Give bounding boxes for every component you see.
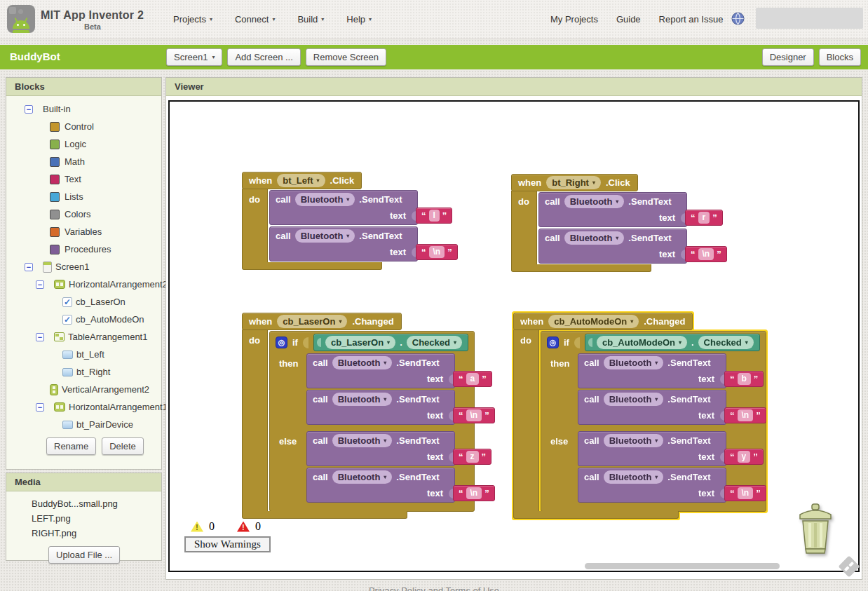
blockly-logo-icon[interactable] bbox=[838, 555, 860, 577]
call-sendtext-block[interactable]: call Bluetooth ▾ .SendText bbox=[306, 468, 455, 503]
component-dropdown[interactable]: Bluetooth ▾ bbox=[295, 229, 355, 243]
blocks-canvas[interactable]: when bt_Left ▾ .Click do call bbox=[168, 100, 860, 572]
component-dropdown[interactable]: Bluetooth ▾ bbox=[564, 195, 625, 208]
event-block-cb-automodeon-changed[interactable]: when cb_AutoModeOn ▾ .Changed do ◎ if bbox=[513, 313, 766, 519]
text-string-block[interactable]: “ \n ” bbox=[453, 485, 495, 501]
component-dropdown[interactable]: bt_Right ▾ bbox=[546, 176, 601, 189]
text-string-block[interactable]: “ z ” bbox=[453, 449, 491, 465]
event-block-bt-right-click[interactable]: when bt_Right ▾ .Click do call bbox=[511, 174, 687, 272]
checked-property-getter-block[interactable]: cb_LaserOn ▾ . Checked ▾ bbox=[313, 334, 468, 351]
component-dropdown[interactable]: Bluetooth ▾ bbox=[604, 393, 664, 406]
tree-item-horizontalarrangement1[interactable]: − HorizontalArrangement1 bbox=[6, 398, 161, 416]
language-globe-icon[interactable] bbox=[731, 12, 745, 28]
text-string-block[interactable]: “ \n ” bbox=[724, 407, 766, 423]
string-value[interactable]: z bbox=[466, 451, 479, 463]
palette-item-control[interactable]: Control bbox=[6, 118, 161, 135]
add-screen-button[interactable]: Add Screen ... bbox=[227, 48, 300, 66]
call-sendtext-block[interactable]: call Bluetooth ▾ .SendText bbox=[578, 390, 726, 425]
tree-item-tablearrangement1[interactable]: − TableArrangement1 bbox=[6, 328, 161, 346]
call-sendtext-block[interactable]: call Bluetooth ▾ .SendText text bbox=[269, 226, 418, 261]
tree-item-horizontalarrangement2[interactable]: − HorizontalArrangement2 bbox=[6, 276, 161, 293]
palette-item-colors[interactable]: Colors bbox=[6, 205, 161, 223]
component-dropdown[interactable]: Bluetooth ▾ bbox=[604, 356, 664, 369]
event-block-cb-laseron-changed[interactable]: when cb_LaserOn ▾ .Changed do ◎ if bbox=[242, 313, 475, 519]
string-value[interactable]: r bbox=[698, 212, 710, 224]
palette-item-logic[interactable]: Logic bbox=[6, 135, 161, 153]
text-string-block[interactable]: “ \n ” bbox=[453, 407, 495, 423]
screen-selector-button[interactable]: Screen1 ▾ bbox=[166, 48, 222, 66]
component-dropdown[interactable]: cb_LaserOn ▾ bbox=[325, 336, 395, 349]
text-string-block[interactable]: “ l ” bbox=[416, 208, 452, 224]
call-sendtext-block[interactable]: call Bluetooth ▾ .SendText bbox=[578, 353, 726, 388]
string-value[interactable]: \n bbox=[698, 248, 714, 260]
call-sendtext-block[interactable]: call Bluetooth ▾ .SendText bbox=[578, 431, 726, 466]
delete-button[interactable]: Delete bbox=[102, 437, 144, 455]
media-file[interactable]: RIGHT.png bbox=[32, 528, 161, 543]
menu-projects[interactable]: Projects ▾ bbox=[173, 14, 212, 25]
call-sendtext-block[interactable]: call Bluetooth ▾ .SendText bbox=[578, 468, 726, 503]
mutator-gear-icon[interactable]: ◎ bbox=[276, 337, 287, 348]
tree-item-builtin[interactable]: − Built-in bbox=[6, 100, 161, 118]
tree-item-cb-laseron[interactable]: ✓ cb_LaserOn bbox=[6, 293, 161, 311]
collapse-minus-icon[interactable]: − bbox=[25, 263, 33, 271]
component-dropdown[interactable]: bt_Left ▾ bbox=[277, 174, 325, 187]
tree-item-bt-left[interactable]: bt_Left bbox=[6, 346, 161, 363]
property-dropdown[interactable]: Checked ▾ bbox=[698, 336, 754, 349]
component-dropdown[interactable]: cb_AutoModeOn ▾ bbox=[597, 336, 687, 349]
string-value[interactable]: b bbox=[738, 373, 751, 385]
string-value[interactable]: \n bbox=[466, 487, 482, 499]
string-value[interactable]: \n bbox=[738, 409, 754, 421]
component-dropdown[interactable]: cb_AutoModeOn ▾ bbox=[548, 315, 639, 328]
tree-item-verticalarrangement2[interactable]: VerticalArrangement2 bbox=[6, 381, 161, 398]
menu-connect[interactable]: Connect ▾ bbox=[235, 14, 275, 25]
link-guide[interactable]: Guide bbox=[616, 14, 641, 25]
footer-link[interactable]: Privacy Policy and Terms of Use bbox=[0, 585, 868, 591]
component-dropdown[interactable]: cb_LaserOn ▾ bbox=[277, 315, 347, 328]
tree-item-screen1[interactable]: − Screen1 bbox=[6, 258, 161, 276]
string-value[interactable]: \n bbox=[738, 487, 754, 499]
component-dropdown[interactable]: Bluetooth ▾ bbox=[332, 434, 393, 447]
checked-property-getter-block[interactable]: cb_AutoModeOn ▾ . Checked ▾ bbox=[585, 334, 760, 351]
media-file[interactable]: LEFT.png bbox=[32, 513, 161, 528]
menu-build[interactable]: Build ▾ bbox=[297, 14, 324, 25]
text-string-block[interactable]: “ \n ” bbox=[685, 246, 727, 262]
remove-screen-button[interactable]: Remove Screen bbox=[306, 48, 386, 66]
palette-item-math[interactable]: Math bbox=[6, 153, 161, 170]
text-string-block[interactable]: “ r ” bbox=[685, 210, 723, 226]
upload-file-button[interactable]: Upload File ... bbox=[48, 546, 120, 564]
when-block-header[interactable]: when cb_AutoModeOn ▾ .Changed bbox=[513, 313, 693, 330]
tree-item-bt-pairdevice[interactable]: bt_PairDevice bbox=[6, 416, 161, 433]
component-dropdown[interactable]: Bluetooth ▾ bbox=[332, 393, 393, 406]
component-dropdown[interactable]: Bluetooth ▾ bbox=[564, 231, 625, 245]
text-string-block[interactable]: “ a ” bbox=[453, 371, 492, 387]
collapse-minus-icon[interactable]: − bbox=[36, 333, 44, 341]
when-block-header[interactable]: when bt_Left ▾ .Click bbox=[242, 172, 362, 189]
call-sendtext-block[interactable]: call Bluetooth ▾ .SendText text bbox=[538, 229, 687, 264]
palette-item-text[interactable]: Text bbox=[6, 170, 161, 188]
collapse-minus-icon[interactable]: − bbox=[36, 280, 44, 289]
trash-can-icon[interactable] bbox=[794, 503, 837, 559]
call-sendtext-block[interactable]: call Bluetooth ▾ .SendText bbox=[306, 390, 455, 425]
text-string-block[interactable]: “ \n ” bbox=[416, 244, 458, 260]
string-value[interactable]: y bbox=[738, 451, 751, 463]
collapse-minus-icon[interactable]: − bbox=[25, 105, 33, 114]
string-value[interactable]: l bbox=[429, 210, 440, 222]
component-dropdown[interactable]: Bluetooth ▾ bbox=[604, 470, 664, 484]
when-block-header[interactable]: when cb_LaserOn ▾ .Changed bbox=[242, 313, 402, 330]
when-block-header[interactable]: when bt_Right ▾ .Click bbox=[511, 174, 638, 191]
app-inventor-logo-icon[interactable] bbox=[7, 5, 35, 33]
call-sendtext-block[interactable]: call Bluetooth ▾ .SendText bbox=[306, 353, 455, 388]
component-dropdown[interactable]: Bluetooth ▾ bbox=[295, 193, 355, 206]
mutator-gear-icon[interactable]: ◎ bbox=[547, 337, 559, 348]
call-sendtext-block[interactable]: call Bluetooth ▾ .SendText text bbox=[538, 192, 687, 227]
component-dropdown[interactable]: Bluetooth ▾ bbox=[332, 470, 393, 484]
text-string-block[interactable]: “ y ” bbox=[724, 449, 764, 465]
link-my-projects[interactable]: My Projects bbox=[550, 14, 598, 25]
string-value[interactable]: \n bbox=[429, 246, 445, 258]
call-sendtext-block[interactable]: call Bluetooth ▾ .SendText text bbox=[269, 190, 418, 225]
blocks-view-button[interactable]: Blocks bbox=[819, 48, 861, 66]
horizontal-scrollbar[interactable] bbox=[585, 563, 780, 569]
if-else-block[interactable]: ◎ if cb_LaserOn ▾ . bbox=[269, 331, 475, 512]
media-file[interactable]: BuddyBot...small.png bbox=[32, 498, 161, 513]
call-sendtext-block[interactable]: call Bluetooth ▾ .SendText bbox=[306, 431, 455, 466]
